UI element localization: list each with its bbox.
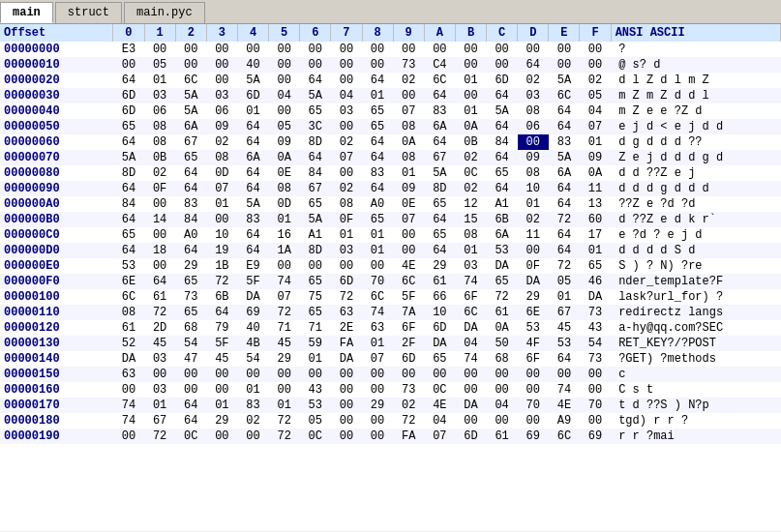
- hex-byte-cell[interactable]: 46: [580, 274, 611, 289]
- hex-byte-cell[interactable]: 2F: [393, 336, 424, 351]
- hex-byte-cell[interactable]: 29: [206, 413, 237, 429]
- hex-byte-cell[interactable]: 0A: [393, 134, 424, 150]
- hex-byte-cell[interactable]: DA: [237, 289, 268, 305]
- hex-byte-cell[interactable]: 0A: [269, 150, 300, 165]
- hex-byte-cell[interactable]: 00: [331, 367, 362, 382]
- hex-byte-cell[interactable]: 01: [455, 73, 486, 88]
- hex-byte-cell[interactable]: 07: [424, 429, 455, 444]
- hex-byte-cell[interactable]: 00: [206, 42, 237, 57]
- hex-byte-cell[interactable]: 5A: [237, 196, 268, 212]
- hex-byte-cell[interactable]: 72: [393, 413, 424, 429]
- table-row[interactable]: 0000005065086A0964053C0065086A0A64066407…: [0, 119, 781, 134]
- table-row[interactable]: 000000E05300291BE9000000004E2903DA0F7265…: [0, 258, 781, 274]
- hex-byte-cell[interactable]: 00: [144, 258, 175, 274]
- hex-byte-cell[interactable]: 4F: [518, 336, 549, 351]
- hex-byte-cell[interactable]: 53: [549, 336, 580, 351]
- hex-byte-cell[interactable]: 72: [144, 305, 175, 320]
- hex-byte-cell[interactable]: 00: [206, 367, 237, 382]
- hex-byte-cell[interactable]: 09: [269, 134, 300, 150]
- table-row[interactable]: 0000002064016C005A00640064026C016D025A02…: [0, 73, 781, 88]
- table-row[interactable]: 00000090640F64076408670264098D0264106411…: [0, 181, 781, 196]
- hex-byte-cell[interactable]: 06: [144, 103, 175, 119]
- hex-byte-cell[interactable]: 3C: [300, 119, 331, 134]
- hex-byte-cell[interactable]: 72: [144, 429, 175, 444]
- hex-byte-cell[interactable]: 2D: [144, 320, 175, 336]
- hex-byte-cell[interactable]: 01: [393, 165, 424, 181]
- hex-byte-cell[interactable]: 61: [144, 289, 175, 305]
- hex-byte-cell[interactable]: 29: [424, 258, 455, 274]
- hex-byte-cell[interactable]: 43: [300, 382, 331, 398]
- hex-byte-cell[interactable]: 8D: [424, 181, 455, 196]
- hex-byte-cell[interactable]: 00: [175, 382, 206, 398]
- hex-byte-cell[interactable]: 61: [487, 429, 518, 444]
- table-row[interactable]: 00000000E3000000000000000000000000000000…: [0, 42, 781, 57]
- hex-byte-cell[interactable]: 83: [424, 103, 455, 119]
- hex-byte-cell[interactable]: 65: [175, 150, 206, 165]
- hex-byte-cell[interactable]: 4E: [549, 398, 580, 413]
- hex-byte-cell[interactable]: 6D: [331, 274, 362, 289]
- hex-byte-cell[interactable]: 15: [455, 212, 486, 227]
- hex-byte-cell[interactable]: 29: [362, 398, 393, 413]
- hex-byte-cell[interactable]: 05: [549, 274, 580, 289]
- hex-byte-cell[interactable]: 72: [331, 289, 362, 305]
- hex-byte-cell[interactable]: 8D: [300, 134, 331, 150]
- hex-byte-cell[interactable]: 00: [393, 42, 424, 57]
- hex-byte-cell[interactable]: 53: [518, 320, 549, 336]
- hex-byte-cell[interactable]: 01: [455, 243, 486, 258]
- hex-byte-cell[interactable]: 64: [175, 165, 206, 181]
- hex-byte-cell[interactable]: 07: [206, 181, 237, 196]
- hex-byte-cell[interactable]: 65: [362, 212, 393, 227]
- hex-byte-cell[interactable]: 00: [175, 367, 206, 382]
- hex-byte-cell[interactable]: 00: [144, 196, 175, 212]
- hex-byte-cell[interactable]: 08: [393, 119, 424, 134]
- hex-byte-cell[interactable]: 84: [113, 196, 144, 212]
- hex-byte-cell[interactable]: 59: [300, 336, 331, 351]
- hex-byte-cell[interactable]: 64: [175, 243, 206, 258]
- hex-byte-cell[interactable]: 64: [549, 243, 580, 258]
- hex-byte-cell[interactable]: 04: [455, 336, 486, 351]
- hex-byte-cell[interactable]: 54: [175, 336, 206, 351]
- hex-byte-cell[interactable]: 65: [487, 274, 518, 289]
- hex-byte-cell[interactable]: 65: [424, 351, 455, 367]
- hex-byte-cell[interactable]: 65: [300, 196, 331, 212]
- hex-byte-cell[interactable]: 00: [206, 429, 237, 444]
- hex-byte-cell[interactable]: 00: [269, 258, 300, 274]
- hex-byte-cell[interactable]: 02: [331, 181, 362, 196]
- hex-byte-cell[interactable]: 00: [455, 42, 486, 57]
- hex-byte-cell[interactable]: 45: [549, 320, 580, 336]
- hex-byte-cell[interactable]: 00: [518, 413, 549, 429]
- hex-byte-cell[interactable]: DA: [424, 336, 455, 351]
- hex-byte-cell[interactable]: 64: [237, 181, 268, 196]
- hex-byte-cell[interactable]: 7A: [393, 305, 424, 320]
- hex-byte-cell[interactable]: 83: [175, 196, 206, 212]
- hex-byte-cell[interactable]: 83: [549, 134, 580, 150]
- hex-byte-cell[interactable]: 73: [393, 382, 424, 398]
- hex-byte-cell[interactable]: 6D: [424, 320, 455, 336]
- table-row[interactable]: 000000808D02640D640E840083015A0C65086A0A…: [0, 165, 781, 181]
- hex-byte-cell[interactable]: 00: [300, 367, 331, 382]
- hex-byte-cell[interactable]: DA: [580, 289, 611, 305]
- hex-byte-cell[interactable]: 00: [331, 413, 362, 429]
- hex-byte-cell[interactable]: 04: [487, 398, 518, 413]
- hex-byte-cell[interactable]: 11: [580, 181, 611, 196]
- hex-byte-cell[interactable]: 6A: [549, 165, 580, 181]
- hex-byte-cell[interactable]: 72: [269, 305, 300, 320]
- hex-byte-cell[interactable]: 83: [237, 398, 268, 413]
- hex-byte-cell[interactable]: 01: [237, 103, 268, 119]
- table-row[interactable]: 000001006C61736BDA0775726C5F666F722901DA…: [0, 289, 781, 305]
- hex-byte-cell[interactable]: 01: [269, 398, 300, 413]
- hex-byte-cell[interactable]: 00: [487, 42, 518, 57]
- hex-byte-cell[interactable]: 00: [331, 429, 362, 444]
- hex-byte-cell[interactable]: 75: [300, 289, 331, 305]
- hex-byte-cell[interactable]: 74: [455, 274, 486, 289]
- hex-byte-cell[interactable]: 00: [362, 382, 393, 398]
- hex-byte-cell[interactable]: 64: [175, 413, 206, 429]
- hex-byte-cell[interactable]: 6C: [113, 289, 144, 305]
- tab-main-pyc[interactable]: main.pyc: [124, 2, 205, 23]
- hex-byte-cell[interactable]: 64: [237, 165, 268, 181]
- hex-byte-cell[interactable]: 0E: [269, 165, 300, 181]
- hex-byte-cell[interactable]: 6E: [113, 274, 144, 289]
- hex-byte-cell[interactable]: 65: [175, 305, 206, 320]
- hex-byte-cell[interactable]: 11: [518, 227, 549, 243]
- hex-byte-cell[interactable]: 54: [237, 351, 268, 367]
